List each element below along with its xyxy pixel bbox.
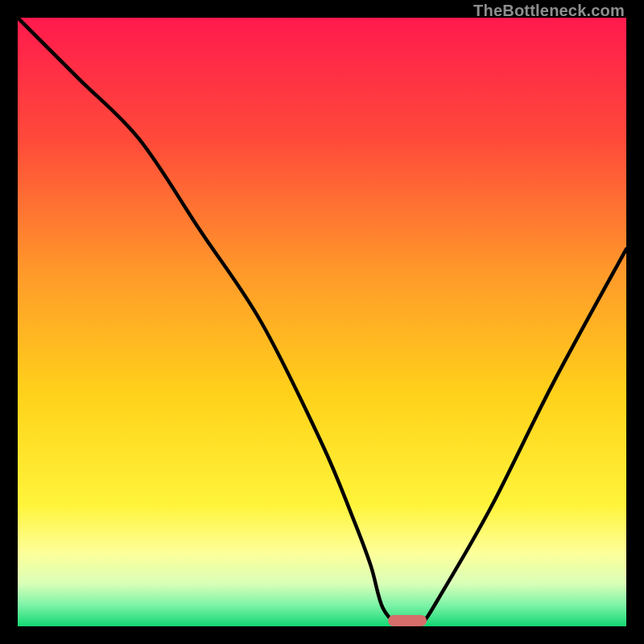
chart-frame: TheBottleneck.com [0, 0, 644, 644]
bottleneck-curve [18, 18, 626, 626]
optimal-point-marker [388, 615, 427, 626]
plot-area [18, 18, 626, 626]
